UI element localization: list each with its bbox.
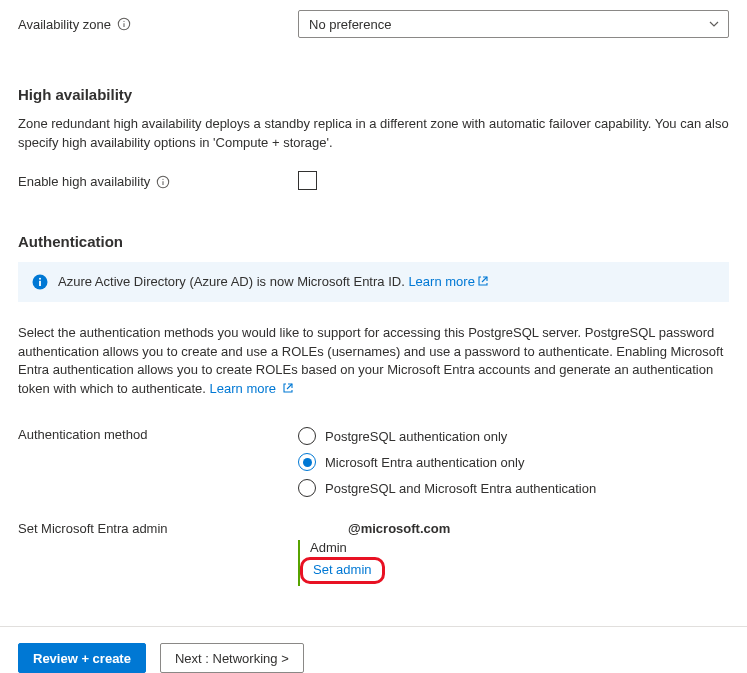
entra-banner-text-content: Azure Active Directory (Azure AD) is now…: [58, 274, 408, 289]
info-icon[interactable]: [156, 175, 170, 189]
high-availability-description: Zone redundant high availability deploys…: [18, 115, 729, 153]
radio-dot-icon: [303, 458, 312, 467]
availability-zone-control: No preference: [298, 10, 729, 38]
info-icon[interactable]: [117, 17, 131, 31]
radio-entra-only[interactable]: Microsoft Entra authentication only: [298, 453, 729, 471]
radio-postgres-and-entra[interactable]: PostgreSQL and Microsoft Entra authentic…: [298, 479, 729, 497]
chevron-down-icon: [708, 18, 720, 30]
availability-zone-label-text: Availability zone: [18, 17, 111, 32]
external-link-icon: [478, 276, 488, 286]
availability-zone-select[interactable]: No preference: [298, 10, 729, 38]
availability-zone-value: No preference: [309, 17, 391, 32]
footer-divider: [0, 626, 747, 627]
entra-learn-more-text: Learn more: [408, 274, 474, 289]
set-admin-link[interactable]: Set admin: [313, 562, 372, 577]
review-create-button[interactable]: Review + create: [18, 643, 146, 673]
auth-method-radio-group: PostgreSQL authentication only Microsoft…: [298, 427, 729, 497]
svg-point-1: [123, 21, 124, 22]
entra-learn-more-link[interactable]: Learn more: [408, 274, 487, 289]
enable-ha-row: Enable high availability: [18, 171, 729, 193]
enable-ha-label: Enable high availability: [18, 174, 298, 189]
enable-ha-control: [298, 171, 729, 193]
auth-learn-more-link[interactable]: Learn more: [210, 381, 293, 396]
authentication-heading: Authentication: [18, 233, 729, 250]
auth-method-label-text: Authentication method: [18, 427, 147, 442]
auth-desc-text: Select the authentication methods you wo…: [18, 325, 723, 397]
radio-circle: [298, 453, 316, 471]
svg-point-7: [39, 277, 41, 279]
auth-method-label: Authentication method: [18, 427, 298, 442]
entra-banner-text: Azure Active Directory (Azure AD) is now…: [58, 274, 488, 289]
external-link-icon: [283, 383, 293, 393]
radio-label: PostgreSQL and Microsoft Entra authentic…: [325, 481, 596, 496]
admin-domain-text: @microsoft.com: [348, 521, 450, 536]
set-admin-label: Set Microsoft Entra admin: [18, 521, 298, 536]
enable-ha-checkbox[interactable]: [298, 171, 317, 190]
footer-buttons: Review + create Next : Networking >: [18, 643, 729, 673]
auth-method-row: Authentication method PostgreSQL authent…: [18, 427, 729, 497]
entra-info-banner: Azure Active Directory (Azure AD) is now…: [18, 262, 729, 302]
admin-domain-row: @microsoft.com: [298, 521, 729, 536]
auth-learn-more-text: Learn more: [210, 381, 276, 396]
radio-postgresql-only[interactable]: PostgreSQL authentication only: [298, 427, 729, 445]
enable-ha-label-text: Enable high availability: [18, 174, 150, 189]
availability-zone-row: Availability zone No preference: [18, 10, 729, 38]
high-availability-heading: High availability: [18, 86, 729, 103]
authentication-description: Select the authentication methods you wo…: [18, 324, 729, 399]
admin-box: Admin Set admin: [298, 540, 729, 586]
info-circle-icon: [32, 274, 48, 290]
set-admin-highlight: Set admin: [300, 557, 385, 584]
svg-point-4: [163, 179, 164, 180]
admin-role-text: Admin: [310, 540, 729, 555]
radio-circle: [298, 427, 316, 445]
svg-rect-8: [39, 280, 41, 285]
radio-label: PostgreSQL authentication only: [325, 429, 507, 444]
set-admin-row: Set Microsoft Entra admin @microsoft.com…: [18, 521, 729, 586]
auth-method-control: PostgreSQL authentication only Microsoft…: [298, 427, 729, 497]
next-networking-button[interactable]: Next : Networking >: [160, 643, 304, 673]
set-admin-label-text: Set Microsoft Entra admin: [18, 521, 168, 536]
radio-label: Microsoft Entra authentication only: [325, 455, 524, 470]
set-admin-control: @microsoft.com Admin Set admin: [298, 521, 729, 586]
availability-zone-label: Availability zone: [18, 17, 298, 32]
radio-circle: [298, 479, 316, 497]
